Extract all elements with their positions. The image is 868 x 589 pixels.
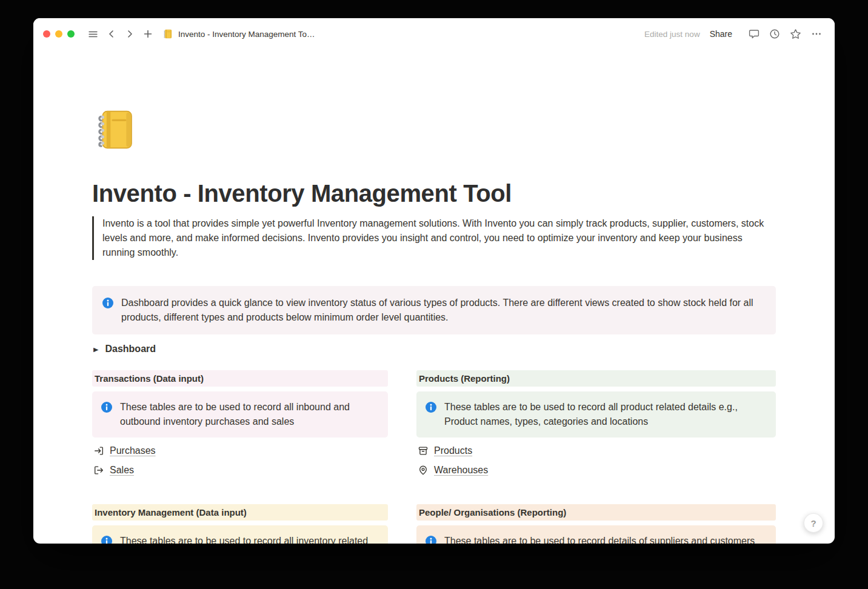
app-window: Invento - Inventory Management To… Edite… [33,18,835,544]
products-links: Products Warehouses [416,442,776,479]
history-button[interactable] [767,27,782,41]
purchases-link-label: Purchases [110,445,156,456]
sidebar-menu-button[interactable] [85,27,101,42]
info-icon [425,535,437,544]
dashboard-toggle-label: Dashboard [105,344,156,354]
info-icon [101,535,113,544]
dashboard-callout: Dashboard provides a quick glance to vie… [92,286,776,334]
dashboard-toggle[interactable]: ▶ Dashboard [92,341,776,358]
info-icon [425,401,437,413]
warehouses-link-label: Warehouses [434,465,488,476]
window-titlebar: Invento - Inventory Management To… Edite… [33,18,835,50]
products-callout-text: These tables are to be used to record al… [444,400,771,429]
forward-button[interactable] [122,27,137,41]
page-content: Invento - Inventory Management Tool Inve… [33,50,835,544]
section-heading-transactions: Transactions (Data input) [92,370,388,387]
back-button[interactable] [104,27,119,41]
enter-icon [93,445,104,456]
minimize-window-button[interactable] [55,30,62,38]
notebook-emoji-icon [162,28,173,39]
zoom-window-button[interactable] [67,30,75,38]
edited-status: Edited just now [644,30,700,39]
inventory-callout: These tables are to be used to record al… [92,525,388,544]
link-warehouses[interactable]: Warehouses [416,462,776,479]
favorite-button[interactable] [788,27,803,42]
sections-grid: Transactions (Data input) These tables a… [92,370,776,544]
section-heading-products: Products (Reporting) [416,370,776,387]
section-people-organisations: People/ Organisations (Reporting) These … [416,504,776,544]
page-title: Invento - Inventory Management Tool [92,179,776,208]
people-callout-text: These tables are to be used to record de… [444,534,755,544]
people-callout: These tables are to be used to record de… [416,525,776,544]
traffic-lights [43,30,75,38]
quote-text: Invento is a tool that provides simple y… [102,216,776,260]
page-icon-notebook[interactable] [92,106,139,153]
section-inventory-management: Inventory Management (Data input) These … [92,504,388,544]
chevron-right-icon [125,29,135,39]
new-tab-button[interactable] [141,27,155,41]
inventory-callout-text: These tables are to be used to record al… [120,534,383,544]
ellipsis-icon [811,28,822,39]
hamburger-icon [88,29,98,39]
clock-icon [769,28,780,39]
window-title: Invento - Inventory Management To… [178,30,315,39]
info-icon [101,401,113,413]
toggle-arrow-icon[interactable]: ▶ [93,345,98,353]
exit-icon [93,465,104,476]
section-products: Products (Reporting) These tables are to… [416,370,776,481]
comments-button[interactable] [747,27,761,41]
products-link-label: Products [434,445,472,456]
more-options-button[interactable] [809,27,824,41]
transactions-callout-text: These tables are to be used to record al… [120,400,383,429]
location-pin-icon [418,465,429,476]
products-callout: These tables are to be used to record al… [416,391,776,438]
dashboard-callout-text: Dashboard provides a quick glance to vie… [121,296,766,325]
sales-link-label: Sales [110,465,134,476]
section-heading-inventory: Inventory Management (Data input) [92,504,388,521]
help-button[interactable]: ? [804,513,823,533]
comment-bubble-icon [749,28,760,39]
archive-icon [418,445,429,456]
desktop-background: Invento - Inventory Management To… Edite… [0,0,868,589]
link-purchases[interactable]: Purchases [92,442,388,459]
transactions-links: Purchases Sales [92,442,388,479]
transactions-callout: These tables are to be used to record al… [92,391,388,438]
section-transactions: Transactions (Data input) These tables a… [92,370,388,481]
share-button[interactable]: Share [710,29,732,39]
link-sales[interactable]: Sales [92,462,388,479]
info-icon [102,297,114,309]
star-icon [790,28,801,40]
close-window-button[interactable] [43,30,50,38]
quote-block: Invento is a tool that provides simple y… [92,216,776,260]
plus-icon [143,29,153,39]
chevron-left-icon [107,29,116,39]
section-heading-people: People/ Organisations (Reporting) [416,504,776,521]
link-products[interactable]: Products [416,442,776,459]
